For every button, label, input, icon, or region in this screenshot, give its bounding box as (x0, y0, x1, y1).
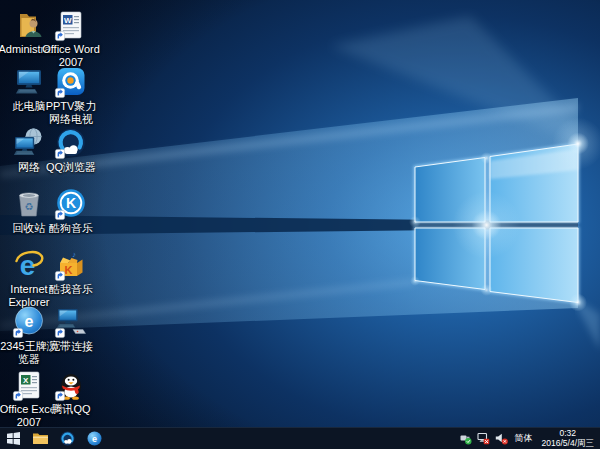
icon-label: 酷狗音乐 (39, 222, 103, 235)
desktop[interactable]: Administra... 此电脑 网络 ♻ 回收站 (0, 0, 600, 449)
tencent-qq-icon (54, 368, 88, 402)
volume-muted-icon[interactable] (495, 432, 508, 445)
qq-browser-icon (60, 431, 75, 446)
svg-text:e: e (92, 434, 97, 444)
icon-label: PPTV聚力 网络电视 (39, 100, 103, 125)
clock-date: 2016/5/4/周三 (542, 439, 594, 449)
svg-text:e: e (25, 313, 34, 330)
desktop-item-kuwo[interactable]: K ♪ 酷我音乐 (39, 248, 103, 296)
icon-label: 宽带连接 (39, 340, 103, 353)
language-indicator[interactable]: 简体 (513, 432, 535, 445)
svg-text:W: W (64, 16, 72, 25)
icon-label: 酷我音乐 (39, 283, 103, 296)
taskbar-2345-browser-button[interactable]: e (81, 428, 108, 449)
windows-start-icon (7, 432, 20, 445)
start-button[interactable] (0, 428, 27, 449)
svg-text:X: X (23, 376, 29, 385)
qq-browser-icon (54, 126, 88, 160)
file-explorer-icon (33, 432, 48, 445)
svg-text:♪: ♪ (72, 250, 76, 259)
svg-text:K: K (66, 195, 76, 211)
svg-text:♻: ♻ (25, 201, 34, 212)
taskbar-qq-browser-button[interactable] (54, 428, 81, 449)
desktop-item-word[interactable]: W Office Word 2007 (39, 8, 103, 68)
icon-label: 腾讯QQ (39, 403, 103, 416)
taskbar-clock[interactable]: 0:32 2016/5/4/周三 (540, 429, 596, 448)
kugou-music-icon: K (54, 187, 88, 221)
broadband-connection-icon (54, 305, 88, 339)
icon-label: QQ浏览器 (39, 161, 103, 174)
system-tray: 简体 0:32 2016/5/4/周三 (459, 429, 600, 448)
pptv-icon (54, 65, 88, 99)
2345-browser-icon: e (87, 431, 102, 446)
taskbar: e (0, 427, 600, 449)
desktop-item-pptv[interactable]: PPTV聚力 网络电视 (39, 65, 103, 125)
network-disconnected-icon[interactable] (477, 432, 490, 445)
desktop-item-broadband[interactable]: 宽带连接 (39, 305, 103, 353)
word-icon: W (54, 8, 88, 42)
svg-text:K: K (65, 264, 73, 276)
usb-safely-remove-icon[interactable] (459, 432, 472, 445)
taskbar-file-explorer-button[interactable] (27, 428, 54, 449)
desktop-item-tencent-qq[interactable]: 腾讯QQ (39, 368, 103, 416)
kuwo-music-icon: K ♪ (54, 248, 88, 282)
desktop-item-qq-browser[interactable]: QQ浏览器 (39, 126, 103, 174)
desktop-item-kugou[interactable]: K 酷狗音乐 (39, 187, 103, 235)
